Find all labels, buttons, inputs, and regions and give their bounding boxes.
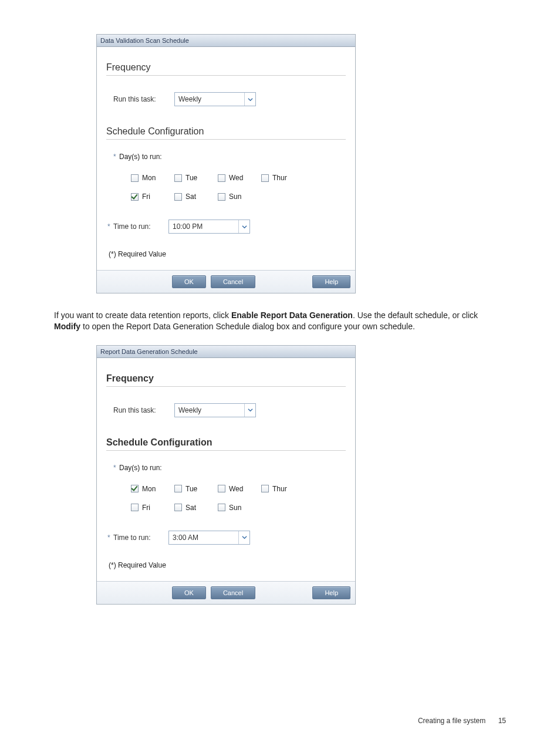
day-label: Wed <box>229 174 243 182</box>
days-to-run-label: Day(s) to run: <box>119 153 162 161</box>
frequency-heading: Frequency <box>106 62 346 73</box>
day-label: Tue <box>185 485 197 493</box>
day-label: Sat <box>185 504 196 512</box>
required-value-note: (*) Required Value <box>109 250 346 258</box>
enable-report-data-generation-bold: Enable Report Data Generation <box>231 310 353 320</box>
days-to-run-label-row: * Day(s) to run: <box>113 153 346 161</box>
required-asterisk: * <box>113 464 116 472</box>
time-to-run-row: * Time to run: 10:00 PM <box>113 220 346 234</box>
day-checkbox-thur[interactable]: Thur <box>261 174 305 182</box>
day-label: Fri <box>142 504 150 512</box>
run-this-task-combo[interactable]: Weekly <box>174 403 256 417</box>
time-to-run-label: Time to run: <box>113 534 168 542</box>
cancel-button[interactable]: Cancel <box>211 275 255 288</box>
page-number: 15 <box>498 717 506 725</box>
run-this-task-value: Weekly <box>175 93 244 106</box>
required-asterisk: * <box>113 153 116 161</box>
chevron-down-icon[interactable] <box>238 531 249 544</box>
dialog-footer: OK Cancel Help <box>97 270 355 293</box>
report-data-generation-schedule-dialog: Report Data Generation Schedule Frequenc… <box>96 345 356 605</box>
day-checkbox-wed[interactable]: Wed <box>218 174 261 182</box>
checkbox-icon <box>174 485 182 492</box>
dialog-body: Frequency Run this task: Weekly Schedule… <box>97 358 355 581</box>
run-this-task-value: Weekly <box>175 404 244 417</box>
dialog-footer: OK Cancel Help <box>97 581 355 604</box>
run-this-task-label: Run this task: <box>113 95 174 103</box>
time-to-run-row: * Time to run: 3:00 AM <box>113 531 346 545</box>
days-grid: Mon Tue Wed Thur Fri Sat Sun <box>131 174 346 201</box>
section-divider <box>106 386 346 387</box>
time-to-run-combo[interactable]: 10:00 PM <box>168 220 250 234</box>
required-asterisk: * <box>107 534 113 542</box>
frequency-heading: Frequency <box>106 373 346 384</box>
section-divider <box>106 75 346 76</box>
help-button[interactable]: Help <box>312 586 350 599</box>
day-label: Thur <box>272 174 287 182</box>
day-label: Mon <box>142 485 156 493</box>
chevron-down-icon[interactable] <box>244 93 255 106</box>
chevron-down-icon[interactable] <box>244 404 255 417</box>
day-label: Thur <box>272 485 287 493</box>
checkbox-icon <box>218 504 225 511</box>
day-checkbox-fri[interactable]: Fri <box>131 193 174 201</box>
day-checkbox-tue[interactable]: Tue <box>174 174 218 182</box>
day-label: Mon <box>142 174 156 182</box>
data-validation-scan-schedule-dialog: Data Validation Scan Schedule Frequency … <box>96 34 356 293</box>
day-label: Tue <box>185 174 197 182</box>
checkbox-icon <box>174 504 182 511</box>
paragraph-text: to open the Report Data Generation Sched… <box>80 322 415 331</box>
days-to-run-block: * Day(s) to run: Mon Tue Wed Thur Fri Sa… <box>113 464 346 512</box>
checkbox-icon <box>174 193 182 201</box>
checkbox-icon <box>218 193 225 201</box>
day-checkbox-sun[interactable]: Sun <box>218 504 261 512</box>
page-footer: Creating a file system 15 <box>418 717 506 725</box>
day-label: Fri <box>142 193 150 201</box>
ok-button[interactable]: OK <box>172 586 206 599</box>
day-checkbox-fri[interactable]: Fri <box>131 504 174 512</box>
ok-button[interactable]: OK <box>172 275 206 288</box>
run-this-task-combo[interactable]: Weekly <box>174 92 256 106</box>
cancel-button[interactable]: Cancel <box>211 586 255 599</box>
days-to-run-label: Day(s) to run: <box>119 464 162 472</box>
paragraph-text: If you want to create data retention rep… <box>54 310 231 320</box>
checkbox-icon <box>218 174 225 182</box>
day-checkbox-thur[interactable]: Thur <box>261 485 305 493</box>
paragraph-text: . Use the default schedule, or click <box>353 310 478 320</box>
day-checkbox-mon[interactable]: Mon <box>131 485 174 493</box>
day-checkbox-sat[interactable]: Sat <box>174 504 218 512</box>
help-button[interactable]: Help <box>312 275 350 288</box>
section-divider <box>106 139 346 140</box>
day-checkbox-tue[interactable]: Tue <box>174 485 218 493</box>
section-divider <box>106 450 346 451</box>
checkbox-icon <box>131 504 139 511</box>
checkbox-icon <box>218 485 225 492</box>
time-to-run-combo[interactable]: 3:00 AM <box>168 531 250 545</box>
schedule-config-heading: Schedule Configuration <box>106 126 346 137</box>
run-this-task-row: Run this task: Weekly <box>113 92 346 106</box>
footer-section-name: Creating a file system <box>418 717 485 725</box>
document-page: Data Validation Scan Schedule Frequency … <box>0 0 560 746</box>
checkbox-icon <box>131 174 139 182</box>
dialog-body: Frequency Run this task: Weekly Schedule… <box>97 47 355 270</box>
time-to-run-value: 3:00 AM <box>169 531 238 544</box>
modify-bold: Modify <box>54 322 80 331</box>
day-checkbox-wed[interactable]: Wed <box>218 485 261 493</box>
instruction-paragraph: If you want to create data retention rep… <box>54 310 488 332</box>
day-label: Sun <box>229 504 241 512</box>
checkbox-icon <box>131 193 139 201</box>
time-to-run-label: Time to run: <box>113 222 168 231</box>
required-asterisk: * <box>107 222 113 231</box>
days-to-run-block: * Day(s) to run: Mon Tue Wed Thur Fri Sa… <box>113 153 346 201</box>
days-grid: Mon Tue Wed Thur Fri Sat Sun <box>131 485 346 512</box>
run-this-task-row: Run this task: Weekly <box>113 403 346 417</box>
chevron-down-icon[interactable] <box>238 220 249 233</box>
dialog-titlebar: Data Validation Scan Schedule <box>97 35 355 47</box>
days-to-run-label-row: * Day(s) to run: <box>113 464 346 472</box>
time-to-run-value: 10:00 PM <box>169 220 238 233</box>
day-checkbox-sat[interactable]: Sat <box>174 193 218 201</box>
day-checkbox-mon[interactable]: Mon <box>131 174 174 182</box>
checkbox-icon <box>174 174 182 182</box>
day-checkbox-sun[interactable]: Sun <box>218 193 261 201</box>
required-value-note: (*) Required Value <box>109 561 346 569</box>
day-label: Wed <box>229 485 243 493</box>
